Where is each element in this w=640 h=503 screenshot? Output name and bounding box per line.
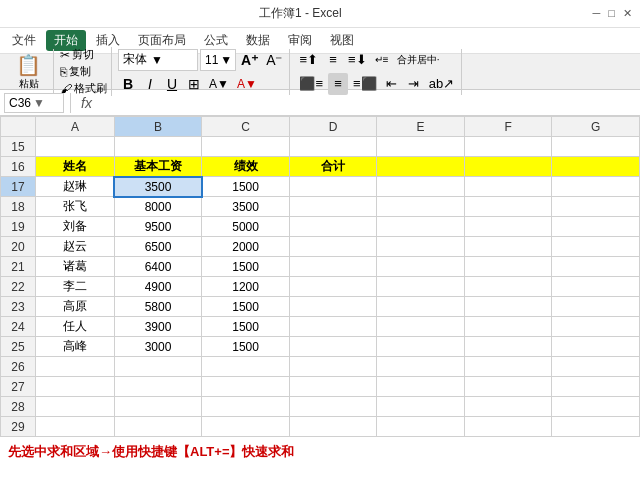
cell[interactable] (289, 337, 377, 357)
cell[interactable]: 6500 (114, 237, 202, 257)
cell[interactable] (289, 397, 377, 417)
cell[interactable]: 1500 (202, 257, 290, 277)
align-bottom-btn[interactable]: ≡⬇ (345, 49, 370, 71)
col-header-D[interactable]: D (289, 117, 377, 137)
cell[interactable] (377, 257, 465, 277)
cell[interactable]: 6400 (114, 257, 202, 277)
cell[interactable]: 绩效 (202, 157, 290, 177)
cell[interactable] (289, 277, 377, 297)
cell[interactable] (36, 377, 115, 397)
row-header-20[interactable]: 20 (1, 237, 36, 257)
cell[interactable] (552, 317, 640, 337)
cell[interactable] (377, 137, 465, 157)
indent-increase-btn[interactable]: ⇥ (404, 73, 424, 95)
cell-reference-box[interactable]: C36 ▼ (4, 93, 64, 113)
row-header-17[interactable]: 17 (1, 177, 36, 197)
cell[interactable] (377, 157, 465, 177)
text-orient-btn[interactable]: ab↗ (426, 73, 457, 95)
col-header-F[interactable]: F (464, 117, 552, 137)
cell[interactable] (289, 377, 377, 397)
cell[interactable]: 合计 (289, 157, 377, 177)
cell[interactable] (552, 177, 640, 197)
cell[interactable] (377, 417, 465, 437)
cell[interactable] (464, 277, 552, 297)
cell[interactable] (377, 217, 465, 237)
cell[interactable] (114, 377, 202, 397)
cell[interactable] (552, 157, 640, 177)
cell[interactable] (36, 137, 115, 157)
minimize-btn[interactable]: ─ (593, 7, 601, 20)
cell[interactable] (289, 317, 377, 337)
cell[interactable] (552, 417, 640, 437)
cell[interactable] (464, 217, 552, 237)
row-header-23[interactable]: 23 (1, 297, 36, 317)
cell[interactable] (552, 137, 640, 157)
cell[interactable] (464, 237, 552, 257)
cell[interactable]: 9500 (114, 217, 202, 237)
cell[interactable] (552, 217, 640, 237)
cell[interactable] (464, 177, 552, 197)
cell[interactable] (36, 417, 115, 437)
cell[interactable] (377, 337, 465, 357)
cell[interactable]: 李二 (36, 277, 115, 297)
formula-input[interactable] (100, 96, 636, 110)
cell[interactable] (289, 417, 377, 437)
row-header-22[interactable]: 22 (1, 277, 36, 297)
cell[interactable] (377, 297, 465, 317)
row-header-24[interactable]: 24 (1, 317, 36, 337)
cell[interactable] (377, 377, 465, 397)
cell[interactable] (464, 377, 552, 397)
cell[interactable] (552, 337, 640, 357)
cell[interactable]: 5000 (202, 217, 290, 237)
col-header-A[interactable]: A (36, 117, 115, 137)
paste-button[interactable]: 📋 粘贴 (12, 51, 45, 93)
cell[interactable] (552, 297, 640, 317)
cell[interactable]: 1500 (202, 177, 290, 197)
cell[interactable]: 赵琳 (36, 177, 115, 197)
row-header-18[interactable]: 18 (1, 197, 36, 217)
cell[interactable] (202, 377, 290, 397)
col-header-B[interactable]: B (114, 117, 202, 137)
cell[interactable]: 1500 (202, 297, 290, 317)
cell[interactable]: 诸葛 (36, 257, 115, 277)
cell[interactable]: 4900 (114, 277, 202, 297)
row-header-29[interactable]: 29 (1, 417, 36, 437)
align-middle-btn[interactable]: ≡ (323, 49, 343, 71)
row-header-15[interactable]: 15 (1, 137, 36, 157)
cell[interactable]: 刘备 (36, 217, 115, 237)
cell[interactable] (464, 297, 552, 317)
cell[interactable]: 基本工资 (114, 157, 202, 177)
fill-color-btn[interactable]: A▼ (206, 73, 232, 95)
col-header-E[interactable]: E (377, 117, 465, 137)
row-header-21[interactable]: 21 (1, 257, 36, 277)
cell[interactable] (289, 297, 377, 317)
cell[interactable] (552, 357, 640, 377)
wrap-text-btn[interactable]: ↵≡ (372, 49, 392, 71)
row-header-19[interactable]: 19 (1, 217, 36, 237)
cell[interactable] (202, 417, 290, 437)
cell[interactable] (114, 357, 202, 377)
cell[interactable] (464, 317, 552, 337)
font-grow-btn[interactable]: A⁺ (238, 49, 261, 71)
align-top-btn[interactable]: ≡⬆ (296, 49, 321, 71)
cell[interactable]: 姓名 (36, 157, 115, 177)
copy-button[interactable]: ⎘ 复制 (60, 64, 107, 79)
border-btn[interactable]: ⊞ (184, 73, 204, 95)
row-header-28[interactable]: 28 (1, 397, 36, 417)
cell[interactable] (552, 257, 640, 277)
cell[interactable] (464, 257, 552, 277)
cell[interactable]: 3500 (202, 197, 290, 217)
maximize-btn[interactable]: □ (608, 7, 615, 20)
cell[interactable] (377, 177, 465, 197)
cell[interactable] (377, 317, 465, 337)
cell[interactable] (114, 417, 202, 437)
cell[interactable] (114, 397, 202, 417)
font-shrink-btn[interactable]: A⁻ (263, 49, 285, 71)
cell[interactable] (377, 397, 465, 417)
cell[interactable] (464, 157, 552, 177)
cell[interactable]: 3000 (114, 337, 202, 357)
indent-decrease-btn[interactable]: ⇤ (382, 73, 402, 95)
cell[interactable] (552, 237, 640, 257)
cell[interactable] (202, 397, 290, 417)
cell[interactable] (377, 237, 465, 257)
